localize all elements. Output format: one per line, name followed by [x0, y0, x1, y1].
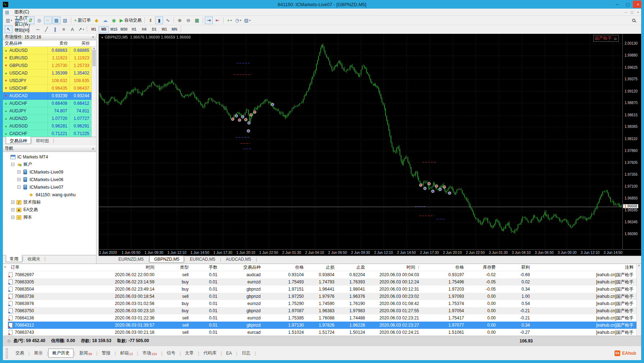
- tab-邮箱[interactable]: 邮箱13: [116, 349, 137, 358]
- history-column-6[interactable]: 止损: [307, 264, 337, 270]
- chevron-down-icon[interactable]: ▾: [240, 19, 242, 22]
- expand-icon[interactable]: +: [11, 201, 14, 204]
- timeframe-H4[interactable]: H4: [139, 26, 149, 33]
- expand-icon[interactable]: +: [11, 208, 14, 211]
- tree-item[interactable]: −ICMarkets-Live07: [3, 183, 96, 191]
- zoom-in-button[interactable]: ⊕: [176, 17, 184, 24]
- chart-line-button[interactable]: ∿: [164, 17, 172, 24]
- history-column-2[interactable]: 类型: [157, 264, 192, 270]
- periods-button[interactable]: ◷▾: [234, 17, 242, 24]
- tab-文章[interactable]: 文章: [181, 349, 198, 358]
- restore-button[interactable]: ▢: [622, 1, 633, 8]
- zoom-out-button[interactable]: ⊖: [184, 17, 192, 24]
- crosshair-button[interactable]: +: [13, 26, 21, 33]
- history-column-3[interactable]: 手数: [192, 264, 220, 270]
- table-row[interactable]: 708639762020.06.03 01:02:56buy0.01eurnzd…: [8, 300, 636, 307]
- metaeditor-button[interactable]: ◆: [93, 17, 100, 24]
- chart-tab-EURNZD,M5[interactable]: EURNZD,M5: [114, 256, 148, 263]
- chart-tab-AUDCAD,M5[interactable]: AUDCAD,M5: [221, 256, 256, 263]
- tab-代码库[interactable]: 代码库: [199, 349, 220, 358]
- market-watch-row[interactable]: ▼EURUSD1.119231.11923: [3, 54, 92, 62]
- chevron-down-icon[interactable]: ▾: [11, 19, 12, 22]
- mdi-close-icon[interactable]: ×: [635, 10, 641, 14]
- chevron-down-icon[interactable]: ▾: [230, 19, 232, 22]
- table-row[interactable]: 708626972020.06.02 22:00:00sell0.01audca…: [8, 271, 636, 278]
- table-row[interactable]: 708637382020.06.03 00:18:54sell0.01gbpnz…: [8, 293, 636, 300]
- timeframe-M15[interactable]: M15: [109, 26, 119, 33]
- market-watch-row[interactable]: ▼GBPUSD1.257301.25733: [3, 62, 92, 70]
- collapse-icon[interactable]: −: [11, 163, 14, 166]
- tab-即时图[interactable]: 即时图: [32, 137, 53, 144]
- equidistant-channel-button[interactable]: ∥: [51, 26, 59, 33]
- table-row[interactable]: 708635042020.06.02 23:49:14buy0.01gbpnzd…: [8, 286, 636, 293]
- expand-icon[interactable]: +: [17, 170, 21, 174]
- tab-收藏夹[interactable]: 收藏夹: [23, 255, 44, 262]
- market-watch-row[interactable]: ▲AUDJPY74.80774.811: [3, 107, 92, 115]
- history-column-5[interactable]: 价格: [264, 264, 307, 270]
- tab-市场[interactable]: 市场154: [139, 349, 161, 358]
- minimize-button[interactable]: ─: [612, 1, 622, 8]
- strategy-tester-button[interactable]: ▧: [61, 17, 69, 24]
- market-watch-row[interactable]: ▲AUDUSD0.688630.68865: [3, 47, 92, 54]
- market-watch-row[interactable]: ▲AUDSGD0.962810.96291: [3, 122, 92, 130]
- table-row[interactable]: 708637432020.06.03 00:21:16sell0.01eurca…: [8, 329, 636, 336]
- search-icon[interactable]: [632, 19, 635, 22]
- mdi-restore-icon[interactable]: ▢: [629, 10, 635, 14]
- market-watch-column-1[interactable]: 卖价: [48, 40, 70, 46]
- market-watch-column-2[interactable]: 买价: [70, 40, 92, 46]
- chevron-down-icon[interactable]: ▼: [101, 36, 104, 39]
- history-column-11[interactable]: 获利: [499, 264, 533, 270]
- tree-item[interactable]: +ICMarkets-Live09: [3, 168, 96, 176]
- table-row[interactable]: 708641362020.06.03 01:22:36sell0.01eurnz…: [8, 314, 636, 322]
- history-column-1[interactable]: 时间: [109, 264, 157, 270]
- tab-日志[interactable]: 日志: [238, 349, 254, 358]
- navigator-close-icon[interactable]: ×: [92, 147, 94, 151]
- tab-新闻[interactable]: 新闻99: [75, 349, 96, 358]
- chart-bars-button[interactable]: ‖: [147, 17, 154, 24]
- history-column-8[interactable]: 时间/: [368, 264, 422, 270]
- expand-icon[interactable]: +: [17, 178, 21, 181]
- fibonacci-button[interactable]: ≡: [60, 26, 68, 33]
- tab-信号[interactable]: 信号: [163, 349, 179, 358]
- history-column-12[interactable]: 注释: [533, 264, 636, 270]
- market-watch-close-icon[interactable]: ×: [92, 35, 94, 39]
- tab-展示[interactable]: 展示: [30, 349, 46, 358]
- time-axis[interactable]: 1 Jun 20201 Jun 06:501 Jun 09:301 Jun 12…: [99, 249, 641, 256]
- terminal-scrollbar[interactable]: ▲: [636, 264, 641, 336]
- chart-area[interactable]: ▼ GBPNZD,M5 1.96676 1.96699 1.96659 1.96…: [99, 34, 641, 249]
- history-column-7[interactable]: 止盈: [337, 264, 368, 270]
- market-watch-row[interactable]: ▼USDCHF0.964350.96437: [3, 85, 92, 92]
- tab-交易品种[interactable]: 交易品种: [6, 137, 31, 144]
- text-label-button[interactable]: A: [68, 26, 76, 33]
- history-column-0[interactable]: 订单: [8, 264, 109, 270]
- trendline-button[interactable]: ╱: [42, 26, 50, 33]
- menu-item-图表(C)[interactable]: 图表(C): [11, 9, 33, 15]
- collapse-icon[interactable]: −: [17, 185, 21, 189]
- vertical-line-button[interactable]: │: [25, 26, 33, 33]
- history-column-10[interactable]: 库存费: [467, 264, 499, 270]
- data-window-button[interactable]: ◎: [35, 17, 43, 24]
- market-watch-row[interactable]: ▲AUDNZD1.077201.07727: [3, 115, 92, 122]
- profiles-button[interactable]: ▤▾: [14, 17, 23, 24]
- table-row[interactable]: 708637502020.06.03 00:23:10buy0.01gbpnzd…: [8, 307, 636, 314]
- market-watch-row[interactable]: ▲USDCAD1.353991.35402: [3, 70, 92, 77]
- chevron-down-icon[interactable]: ▾: [20, 19, 22, 22]
- market-watch-button[interactable]: ⇵: [27, 17, 35, 24]
- market-watch-column-0[interactable]: 交易品种: [3, 40, 48, 46]
- table-row[interactable]: 708643122020.06.03 01:39:57sell0.01gbpnz…: [8, 322, 636, 329]
- templates-button[interactable]: ▨▾: [243, 17, 252, 24]
- indicators-button[interactable]: +▾: [225, 17, 233, 24]
- expand-icon[interactable]: +: [11, 216, 14, 219]
- timeframe-D1[interactable]: D1: [149, 26, 159, 33]
- tree-item[interactable]: IC Markets MT4: [3, 153, 96, 161]
- timeframe-M1[interactable]: M1: [89, 26, 99, 33]
- close-button[interactable]: ×: [633, 1, 643, 8]
- terminal-button[interactable]: ▦: [53, 17, 60, 24]
- arrow-objects-button[interactable]: ↗▾: [77, 26, 85, 33]
- chart-shift-button[interactable]: ⇤: [213, 17, 221, 24]
- chart-candles-button[interactable]: ▮: [155, 17, 163, 24]
- market-watch-row[interactable]: ▲CADCHF0.712210.71225: [3, 130, 92, 137]
- navigator-button[interactable]: ☆: [44, 17, 52, 24]
- tree-item[interactable]: +ICMarkets-Live06: [3, 176, 96, 183]
- tree-item[interactable]: +◆EA交易: [3, 206, 96, 214]
